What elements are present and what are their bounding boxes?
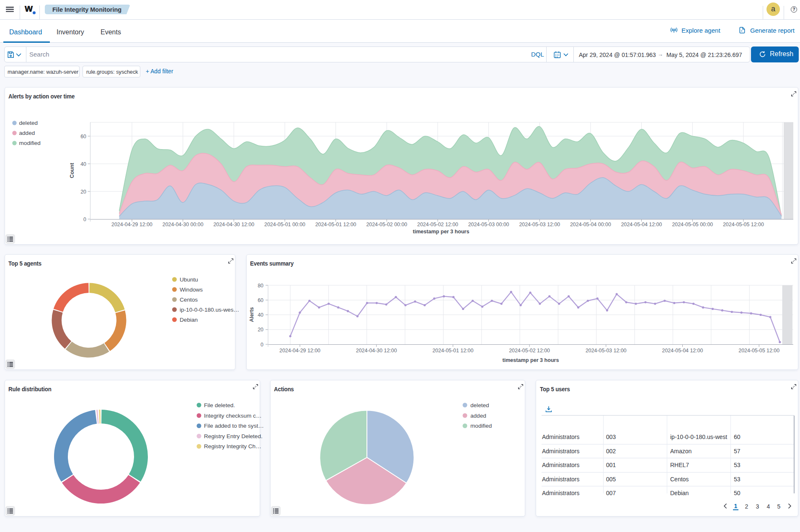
- svg-text:2024-05-05 12:00: 2024-05-05 12:00: [738, 348, 779, 354]
- svg-text:added: added: [19, 130, 35, 136]
- svg-text:Alerts: Alerts: [249, 307, 255, 322]
- svg-text:20: 20: [80, 189, 86, 195]
- svg-text:ip-10-0-0-180.us-wes…: ip-10-0-0-180.us-wes…: [180, 307, 239, 313]
- svg-text:timestamp per 3 hours: timestamp per 3 hours: [502, 357, 559, 363]
- svg-text:2024-05-03 12:00: 2024-05-03 12:00: [519, 222, 560, 227]
- svg-text:2024-05-03 00:00: 2024-05-03 00:00: [468, 222, 509, 227]
- svg-text:2024-05-03 12:00: 2024-05-03 12:00: [586, 348, 627, 354]
- svg-text:2024-05-04 12:00: 2024-05-04 12:00: [621, 222, 662, 227]
- svg-text:Registry Integrity Ch…: Registry Integrity Ch…: [204, 443, 261, 449]
- svg-text:20: 20: [258, 327, 263, 333]
- svg-text:2024-05-04 00:00: 2024-05-04 00:00: [570, 222, 611, 227]
- svg-text:80: 80: [258, 283, 263, 289]
- svg-text:modified: modified: [470, 423, 492, 429]
- svg-text:Integrity checksum c…: Integrity checksum c…: [204, 413, 262, 419]
- svg-text:Ubuntu: Ubuntu: [180, 276, 198, 283]
- svg-text:deleted: deleted: [19, 120, 38, 126]
- svg-text:0: 0: [261, 342, 263, 348]
- svg-text:2024-05-01 12:00: 2024-05-01 12:00: [432, 348, 473, 354]
- svg-text:timestamp per 3 hours: timestamp per 3 hours: [413, 229, 469, 235]
- svg-text:2024-05-01 12:00: 2024-05-01 12:00: [315, 222, 356, 227]
- svg-text:0: 0: [83, 217, 86, 222]
- svg-text:2024-05-02 12:00: 2024-05-02 12:00: [509, 348, 550, 354]
- svg-text:2024-05-05 00:00: 2024-05-05 00:00: [672, 222, 713, 227]
- svg-text:deleted: deleted: [470, 402, 489, 408]
- svg-text:2024-04-29 12:00: 2024-04-29 12:00: [111, 222, 152, 227]
- svg-text:Registry Entry Deleted.: Registry Entry Deleted.: [204, 433, 263, 439]
- svg-text:Debian: Debian: [180, 317, 198, 323]
- svg-text:2024-05-04 12:00: 2024-05-04 12:00: [662, 348, 703, 354]
- svg-text:File added to the syst…: File added to the syst…: [204, 423, 264, 429]
- svg-text:2024-04-30 00:00: 2024-04-30 00:00: [163, 222, 204, 227]
- svg-text:2024-05-05 12:00: 2024-05-05 12:00: [723, 222, 764, 227]
- svg-text:2024-04-30 12:00: 2024-04-30 12:00: [213, 222, 254, 227]
- svg-text:60: 60: [258, 297, 263, 303]
- svg-text:File deleted.: File deleted.: [204, 402, 235, 408]
- svg-text:40: 40: [258, 312, 263, 318]
- svg-text:modified: modified: [19, 140, 41, 146]
- svg-text:Count: Count: [69, 163, 75, 178]
- svg-text:2024-05-02 12:00: 2024-05-02 12:00: [417, 222, 458, 227]
- svg-text:2024-05-02 00:00: 2024-05-02 00:00: [366, 222, 407, 227]
- svg-text:Centos: Centos: [180, 297, 198, 303]
- svg-text:2024-05-01 00:00: 2024-05-01 00:00: [264, 222, 305, 227]
- svg-text:2024-04-29 12:00: 2024-04-29 12:00: [279, 348, 320, 354]
- svg-text:40: 40: [80, 161, 86, 167]
- svg-text:added: added: [470, 413, 486, 419]
- svg-text:2024-04-30 12:00: 2024-04-30 12:00: [356, 348, 397, 354]
- svg-text:60: 60: [80, 134, 86, 139]
- svg-text:Windows: Windows: [180, 287, 203, 293]
